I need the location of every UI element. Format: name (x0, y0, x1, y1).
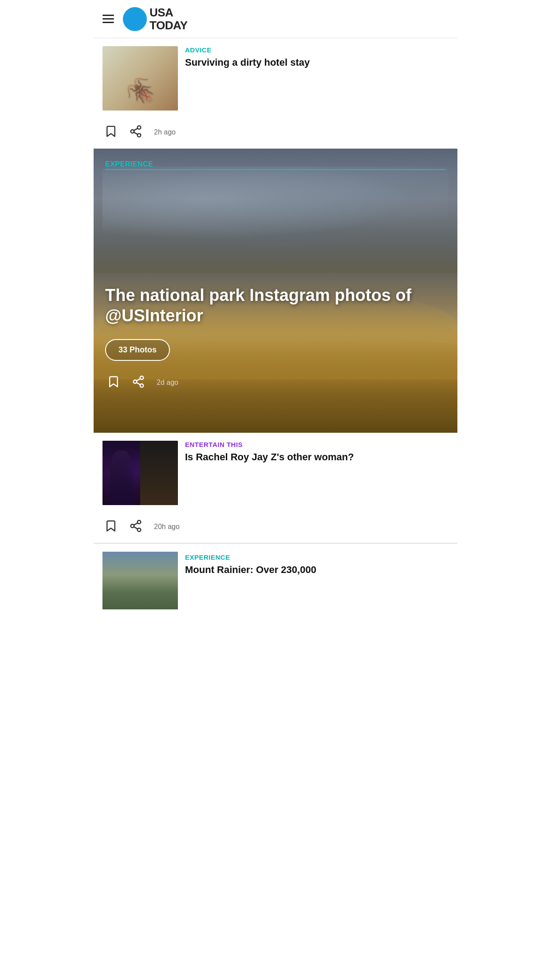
logo-area[interactable]: USA TODAY (123, 6, 188, 32)
bookmark-button-rachel[interactable] (102, 518, 119, 536)
article-card-mount-rainier-partial: EXPERIENCE Mount Rainier: Over 230,000 (94, 543, 457, 614)
logo-circle (123, 7, 147, 31)
card-top: 🪳 ADVICE Surviving a dirty hotel stay (102, 46, 449, 111)
card-actions-rachel: 20h ago (102, 511, 449, 543)
share-button-rachel[interactable] (127, 518, 144, 536)
category-label-advice[interactable]: ADVICE (185, 46, 449, 54)
glow-effect (122, 450, 159, 488)
tile-overlay (102, 46, 178, 111)
share-icon-rachel (129, 519, 142, 533)
bookmark-icon-white (107, 375, 120, 388)
bookmark-button-national-park[interactable] (105, 373, 122, 391)
article-card-rachel-roy: ENTERTAIN THIS Is Rachel Roy Jay Z's oth… (94, 433, 457, 543)
svg-line-4 (134, 128, 138, 130)
category-label-entertain[interactable]: ENTERTAIN THIS (185, 441, 449, 448)
svg-line-13 (134, 527, 138, 529)
silhouette-right (146, 447, 173, 506)
bookmark-icon-rachel (104, 519, 118, 533)
photos-button[interactable]: 33 Photos (105, 339, 170, 361)
hamburger-line-2 (102, 18, 114, 20)
svg-line-14 (134, 523, 138, 525)
svg-line-3 (134, 132, 138, 134)
logo-text: USA TODAY (150, 6, 188, 32)
category-label-experience-bottom[interactable]: EXPERIENCE (185, 553, 449, 561)
timestamp-rachel: 20h ago (154, 523, 180, 531)
share-icon (129, 125, 142, 138)
article-title-mount-rainier[interactable]: Mount Rainier: Over 230,000 (185, 564, 449, 577)
mountain-bg-gradient (102, 552, 178, 609)
article-thumbnail-mount-rainier[interactable] (102, 552, 178, 609)
article-thumbnail-rachel[interactable] (102, 441, 178, 505)
card-actions-hotel: 2h ago (102, 117, 449, 148)
bookmark-button-hotel[interactable] (102, 123, 119, 141)
article-meta-mount-rainier: EXPERIENCE Mount Rainier: Over 230,000 (185, 552, 449, 577)
timestamp-national-park: 2d ago (157, 379, 178, 387)
article-title-national-park[interactable]: The national park Instagram photos of @U… (105, 285, 446, 326)
svg-line-8 (137, 383, 141, 385)
article-title-rachel[interactable]: Is Rachel Roy Jay Z's other woman? (185, 451, 449, 464)
card-top-rachel: ENTERTAIN THIS Is Rachel Roy Jay Z's oth… (102, 441, 449, 505)
share-icon-white (132, 375, 145, 388)
hamburger-line-3 (102, 22, 114, 23)
bookmark-icon (104, 125, 118, 138)
article-card-hotel: 🪳 ADVICE Surviving a dirty hotel stay 2h… (94, 38, 457, 149)
article-meta-rachel: ENTERTAIN THIS Is Rachel Roy Jay Z's oth… (185, 441, 449, 464)
hamburger-line-1 (102, 15, 114, 16)
featured-card-actions: 2d ago (105, 373, 446, 400)
article-thumbnail-hotel[interactable]: 🪳 (102, 46, 178, 111)
share-button-hotel[interactable] (127, 123, 144, 141)
article-meta-hotel: ADVICE Surviving a dirty hotel stay (185, 46, 449, 69)
svg-line-9 (137, 379, 141, 381)
menu-button[interactable] (102, 13, 118, 25)
article-card-national-park: EXPERIENCE The national park Instagram p… (94, 149, 457, 433)
app-header: USA TODAY (94, 0, 457, 38)
category-label-experience-featured[interactable]: EXPERIENCE (105, 160, 446, 170)
share-button-national-park[interactable] (130, 373, 147, 391)
article-title-hotel[interactable]: Surviving a dirty hotel stay (185, 56, 449, 69)
featured-content: EXPERIENCE The national park Instagram p… (94, 149, 457, 433)
timestamp-hotel: 2h ago (154, 128, 176, 136)
person-right-bg (140, 441, 178, 505)
